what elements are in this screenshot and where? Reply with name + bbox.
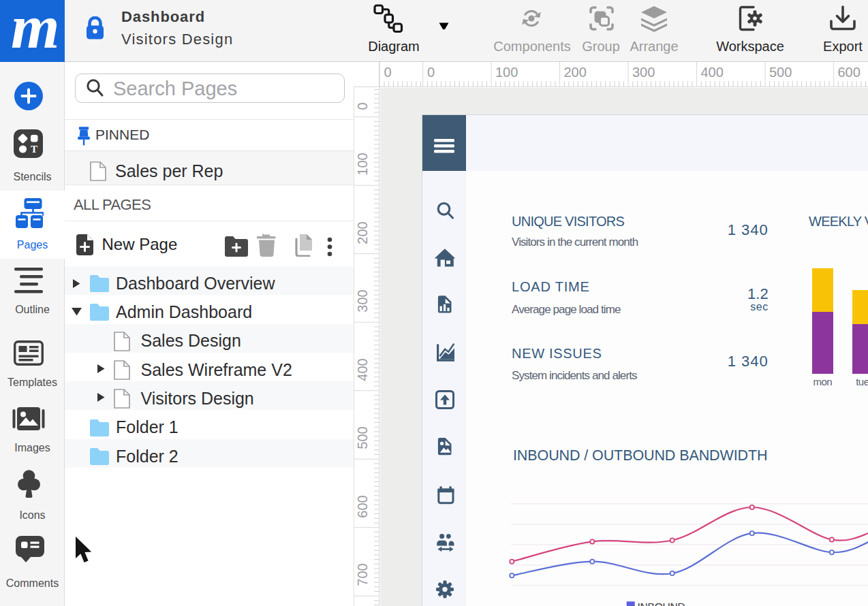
svg-text:T: T [31,144,37,155]
